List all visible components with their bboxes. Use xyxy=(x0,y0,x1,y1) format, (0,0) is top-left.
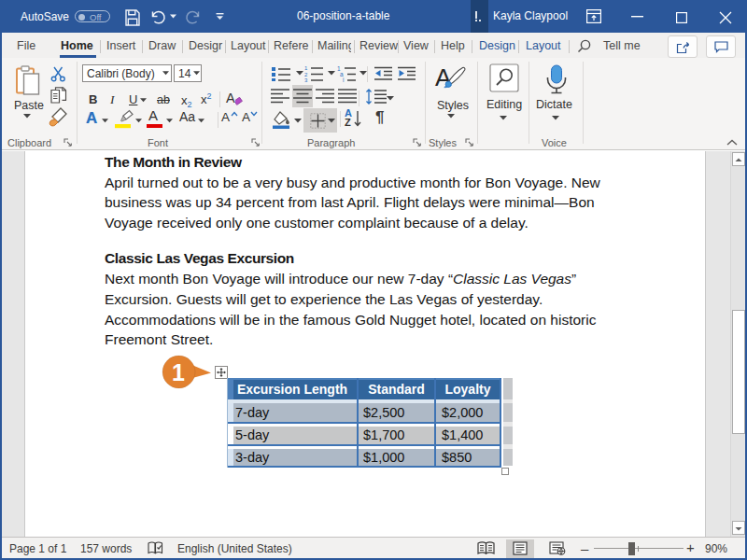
svg-text:1: 1 xyxy=(304,65,308,71)
svg-text:i: i xyxy=(343,77,344,82)
svg-text:2: 2 xyxy=(304,72,308,77)
svg-text:3: 3 xyxy=(304,77,308,82)
svg-text:1: 1 xyxy=(172,359,185,385)
